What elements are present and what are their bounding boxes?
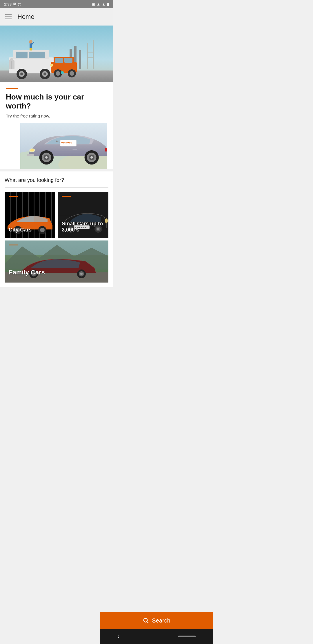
svg-point-49 xyxy=(45,156,48,159)
battery-icon: ▮ xyxy=(107,2,109,6)
section-title: What are you looking for? xyxy=(5,177,108,183)
small-cars-accent xyxy=(62,196,71,197)
svg-rect-11 xyxy=(16,52,28,58)
status-bar-left: 1:33 ⧉ @ xyxy=(4,2,21,6)
svg-point-43 xyxy=(30,149,34,151)
signal-icon: ▲ xyxy=(102,2,105,6)
page-title: Home xyxy=(17,13,34,21)
svg-rect-5 xyxy=(87,43,88,69)
svg-rect-4 xyxy=(79,50,81,69)
svg-rect-64 xyxy=(34,192,34,238)
hero-cars-svg xyxy=(0,26,113,82)
svg-rect-8 xyxy=(87,57,94,58)
bottom-spacer xyxy=(0,287,113,322)
family-cars-image xyxy=(5,240,108,283)
rating-card-title: How much is your car worth? xyxy=(6,93,107,111)
family-cars-accent xyxy=(9,245,18,245)
svg-point-53 xyxy=(90,156,93,159)
family-cars-bg xyxy=(5,240,108,283)
status-time: 1:33 xyxy=(4,2,12,6)
category-family-cars[interactable]: Family Cars xyxy=(5,240,108,283)
menu-button[interactable] xyxy=(5,15,12,19)
svg-point-35 xyxy=(50,64,53,67)
svg-rect-23 xyxy=(30,48,31,50)
svg-point-25 xyxy=(29,40,32,44)
hero-banner xyxy=(0,26,113,82)
hamburger-line-1 xyxy=(5,15,12,15)
svg-rect-7 xyxy=(87,52,94,53)
svg-point-57 xyxy=(56,141,57,142)
search-button[interactable]: Search xyxy=(100,612,113,629)
rating-card-subtitle: Try the free rating now. xyxy=(6,113,107,118)
top-bar: Home xyxy=(0,8,113,26)
category-grid: City Cars S-SB 2069 xyxy=(5,192,108,283)
svg-point-21 xyxy=(10,58,13,61)
hamburger-line-2 xyxy=(5,17,12,17)
svg-rect-29 xyxy=(55,58,63,63)
svg-point-18 xyxy=(43,73,46,75)
svg-rect-6 xyxy=(93,40,94,69)
svg-rect-24 xyxy=(31,48,32,50)
family-cars-label: Family Cars xyxy=(9,269,45,276)
wifi-icon: ▲ xyxy=(97,2,100,6)
svg-rect-22 xyxy=(30,43,32,49)
svg-point-34 xyxy=(70,71,74,76)
category-city-cars[interactable]: City Cars xyxy=(5,192,55,238)
clipboard-icon: ⧉ xyxy=(13,2,16,6)
category-section: What are you looking for? xyxy=(0,171,113,287)
svg-point-36 xyxy=(61,71,64,74)
svg-rect-67 xyxy=(51,192,52,238)
svg-point-71 xyxy=(40,228,45,232)
svg-rect-30 xyxy=(64,58,72,63)
small-cars-label: Small Cars up to 3,000 € xyxy=(62,221,108,233)
city-cars-label: City Cars xyxy=(9,227,32,233)
section-divider xyxy=(5,187,108,188)
rating-car-visual: ??.???€ xyxy=(6,118,107,169)
svg-point-93 xyxy=(80,273,83,275)
rating-card[interactable]: How much is your car worth? Try the free… xyxy=(0,82,113,169)
svg-text:??.???€: ??.???€ xyxy=(61,141,72,144)
svg-rect-41 xyxy=(73,149,77,150)
nav-bar: ‹ xyxy=(100,629,113,644)
hamburger-line-3 xyxy=(5,19,12,19)
status-bar: 1:33 ⧉ @ ▣ ▲ ▲ ▮ xyxy=(0,0,113,8)
svg-rect-45 xyxy=(27,154,34,156)
svg-rect-12 xyxy=(29,52,45,58)
category-small-cars[interactable]: S-SB 2069 Small Cars up to 3,000 € xyxy=(58,192,108,238)
rating-car-svg: ??.???€ xyxy=(20,118,107,169)
vibrate-icon: ▣ xyxy=(92,2,95,6)
accent-line xyxy=(6,88,18,89)
svg-point-15 xyxy=(20,73,23,75)
city-cars-accent xyxy=(9,196,18,197)
svg-point-32 xyxy=(56,71,60,76)
svg-rect-44 xyxy=(105,148,107,151)
at-icon: @ xyxy=(18,2,21,6)
status-bar-right: ▣ ▲ ▲ ▮ xyxy=(92,2,109,6)
